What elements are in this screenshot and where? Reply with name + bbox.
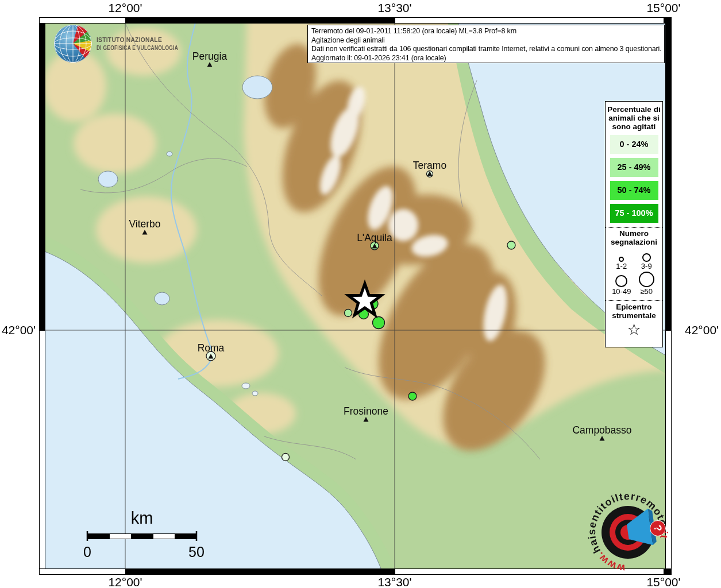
city-label: Perugia <box>192 51 228 62</box>
signal-size-label: 10-49 <box>609 287 634 296</box>
legend-swatch: 75 - 100% <box>610 204 658 223</box>
legend-signals-title: Numero segnalazioni <box>606 228 662 246</box>
signal-size-label: ≥50 <box>634 287 660 296</box>
scale-bar-segments <box>87 533 196 539</box>
observation-dot <box>408 392 417 400</box>
legend-swatch: 50 - 74% <box>610 181 658 200</box>
city-label: L'Aquila <box>357 232 392 243</box>
axis-label-top-1330: 13°30' <box>377 1 411 14</box>
signal-size-circle <box>619 257 624 262</box>
legend-percent-swatches: 0 - 24%25 - 49%50 - 74%75 - 100% <box>606 135 662 223</box>
scale-end-label: 50 <box>188 544 205 560</box>
observation-dot <box>373 317 385 329</box>
signal-size-label: 1-2 <box>609 262 634 270</box>
axis-label-top-15: 15°00' <box>646 1 680 14</box>
legend-epicenter-title: Epicentro strumentale <box>606 301 662 320</box>
info-line-subject: Agitazione degli animali <box>311 36 661 45</box>
legend-swatch: 25 - 49% <box>610 158 658 177</box>
info-line-event: Terremoto del 09-01-2011 11:58:20 (ora l… <box>311 27 661 36</box>
legend-percent-title: Percentuale di animali che si sono agita… <box>606 102 662 131</box>
observation-dot <box>345 310 352 317</box>
signal-size-circle <box>639 272 654 287</box>
axis-label-bottom-15: 15°00' <box>646 575 680 588</box>
observation-dot <box>507 241 515 249</box>
axis-label-bottom-1330: 13°30' <box>377 575 411 588</box>
ingv-name-line2: DI GEOFISICA E VULCANOLOGIA <box>97 44 178 51</box>
axis-label-right-42: 42°00' <box>685 323 719 336</box>
signal-size-item: 1-2 <box>609 247 634 270</box>
signal-size-circle <box>615 275 627 287</box>
epicenter-star-icon: ☆ <box>606 321 662 339</box>
scale-start-label: 0 <box>83 544 91 560</box>
signal-size-circle <box>642 253 651 262</box>
axis-label-left-42: 42°00' <box>2 323 36 336</box>
legend-signal-sizes: 1-23-910-49≥50 <box>606 246 662 296</box>
scale-unit-label: km <box>131 509 153 527</box>
info-line-updated: Aggiornato il: 09-01-2026 23:41 (ora loc… <box>311 54 661 63</box>
signal-size-item: 10-49 <box>609 272 634 296</box>
city-label: Roma <box>198 342 225 354</box>
legend-panel: Percentuale di animali che si sono agita… <box>605 101 663 347</box>
observation-dot <box>282 454 290 461</box>
earthquake-info-box: Terremoto del 09-01-2011 11:58:20 (ora l… <box>307 25 665 63</box>
info-line-source: Dati non verificati estratti da 106 ques… <box>311 45 661 54</box>
axis-label-top-12: 12°00' <box>108 1 142 14</box>
signal-size-label: 3-9 <box>634 262 660 270</box>
city-label: Campobasso <box>572 424 631 436</box>
city-label: Viterbo <box>129 218 160 230</box>
terrain-layer <box>40 11 672 571</box>
signal-size-item: ≥50 <box>634 272 660 296</box>
signal-size-item: 3-9 <box>634 247 660 270</box>
city-label: Frosinone <box>344 405 388 417</box>
legend-swatch: 0 - 24% <box>610 135 658 154</box>
axis-label-bottom-12: 12°00' <box>108 575 142 588</box>
seismic-map-page: PerugiaTeramoViterboL'AquilaRomaFrosinon… <box>0 0 721 588</box>
city-label: Teramo <box>413 160 446 171</box>
ingv-name-line1: ISTITUTO NAZIONALE <box>97 36 162 43</box>
